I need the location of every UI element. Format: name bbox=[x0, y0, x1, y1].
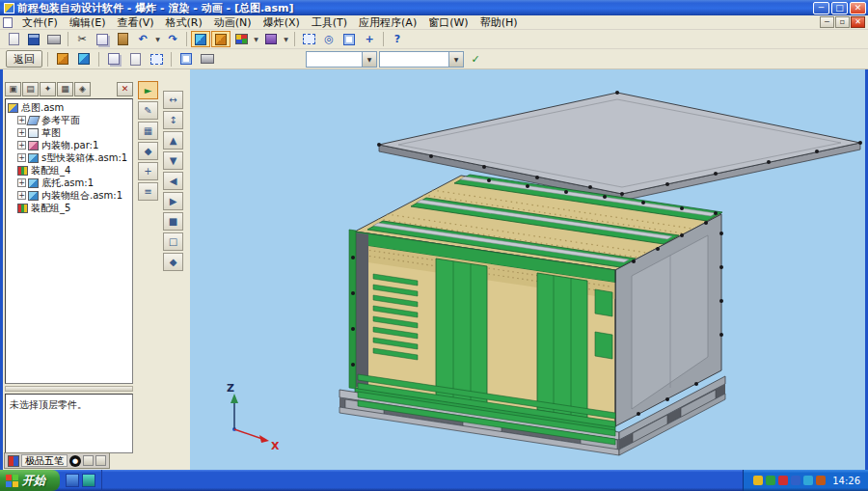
wireframe-display-button[interactable]: □ bbox=[163, 232, 183, 251]
move-vertical-button[interactable]: ↕ bbox=[163, 111, 183, 129]
ime-lang-icon[interactable] bbox=[8, 455, 19, 467]
collapse-button[interactable] bbox=[147, 51, 166, 68]
tree-item-group5[interactable]: 装配组_5 bbox=[6, 202, 132, 214]
child-close-button[interactable]: ✕ bbox=[851, 16, 865, 28]
undo-dropdown[interactable]: ▼ bbox=[153, 36, 162, 42]
child-restore-button[interactable]: ▫ bbox=[835, 16, 850, 28]
palette-dropdown[interactable]: ▼ bbox=[252, 36, 260, 42]
tree-item-box-asm[interactable]: + s型快装箱体.asm:1 bbox=[6, 151, 132, 164]
bind-part-button[interactable] bbox=[104, 51, 123, 68]
antivirus-tray-icon[interactable] bbox=[766, 476, 775, 485]
save-button[interactable] bbox=[24, 31, 43, 47]
quick-launch-icon-2[interactable] bbox=[82, 474, 95, 487]
move-horizontal-button[interactable]: ↔ bbox=[163, 91, 183, 109]
panel-close-button[interactable]: ✕ bbox=[117, 82, 133, 96]
new-document-button[interactable] bbox=[4, 31, 23, 47]
document-icon[interactable] bbox=[3, 17, 13, 28]
start-button[interactable]: 开始 bbox=[0, 470, 60, 491]
menu-format[interactable]: 格式(R) bbox=[160, 14, 208, 31]
menu-view[interactable]: 查看(V) bbox=[111, 14, 159, 31]
cut-button[interactable]: ✂ bbox=[72, 31, 92, 47]
fit-view-button[interactable] bbox=[339, 31, 359, 47]
tab-assembly-tree[interactable]: ▣ bbox=[5, 82, 21, 96]
grid-tool-button[interactable]: ▦ bbox=[138, 122, 158, 140]
unexplode-button[interactable] bbox=[74, 51, 94, 68]
tab-sensors[interactable]: ▦ bbox=[57, 82, 73, 96]
move-up-button[interactable]: ▲ bbox=[163, 131, 183, 150]
undo-button[interactable]: ↶ bbox=[133, 31, 152, 47]
select-tool-button[interactable]: ► bbox=[138, 81, 158, 99]
tab-family[interactable]: ✦ bbox=[40, 82, 56, 96]
expander-icon[interactable]: + bbox=[17, 116, 26, 124]
print-button[interactable] bbox=[44, 31, 64, 47]
alert-tray-icon[interactable] bbox=[778, 476, 788, 485]
tree-item-pallet-asm[interactable]: + 底托.asm:1 bbox=[6, 177, 132, 189]
tree-item-group4[interactable]: 装配组_4 bbox=[6, 164, 132, 177]
zoom-button[interactable]: ◎ bbox=[319, 31, 339, 47]
tree-item-contents-group[interactable]: + 内装物组合.asm:1 bbox=[6, 189, 132, 202]
move-right-button[interactable]: ▶ bbox=[163, 192, 183, 210]
solid-display-button[interactable]: ■ bbox=[163, 212, 183, 231]
render-view-button[interactable] bbox=[211, 31, 231, 47]
paste-button[interactable] bbox=[113, 31, 132, 47]
tree-item-ref-planes[interactable]: + 参考平面 bbox=[6, 114, 132, 126]
move-down-button[interactable]: ▼ bbox=[163, 151, 183, 170]
ime-keyboard-icon[interactable] bbox=[83, 455, 94, 466]
explode-config-combo[interactable]: ▼ bbox=[379, 51, 464, 68]
menu-explode[interactable]: 爆炸(X) bbox=[258, 14, 306, 31]
expander-icon[interactable]: + bbox=[17, 153, 26, 162]
menu-applications[interactable]: 应用程序(A) bbox=[353, 14, 422, 31]
color-palette-button[interactable] bbox=[231, 31, 251, 47]
close-button[interactable]: ✕ bbox=[850, 2, 866, 14]
copy-button[interactable] bbox=[93, 31, 112, 47]
add-tool-button[interactable]: + bbox=[138, 162, 158, 180]
ime-mode-icon[interactable]: ● bbox=[69, 455, 81, 467]
move-left-button[interactable]: ◀ bbox=[163, 172, 183, 190]
apply-button[interactable]: ✓ bbox=[466, 51, 485, 68]
part-tool-button[interactable]: ◆ bbox=[138, 142, 158, 160]
messenger-tray-icon[interactable] bbox=[803, 476, 813, 485]
quick-launch-icon-1[interactable] bbox=[66, 474, 79, 487]
sketch-tool-button[interactable]: ✎ bbox=[138, 101, 158, 120]
shaded-view-button[interactable] bbox=[191, 31, 210, 47]
expander-icon[interactable]: + bbox=[17, 191, 26, 200]
chevron-down-icon[interactable]: ▼ bbox=[448, 52, 463, 67]
material-dropdown[interactable]: ▼ bbox=[282, 36, 290, 42]
taskbar-clock[interactable]: 14:26 bbox=[832, 476, 860, 486]
menu-edit[interactable]: 编辑(E) bbox=[64, 14, 112, 31]
zoom-area-button[interactable] bbox=[299, 31, 318, 47]
child-minimize-button[interactable]: ─ bbox=[820, 16, 834, 28]
viewport-3d[interactable]: Z X bbox=[190, 69, 865, 470]
material-button[interactable] bbox=[261, 31, 281, 47]
update-tray-icon[interactable] bbox=[816, 476, 826, 485]
tab-library[interactable]: ▤ bbox=[22, 82, 39, 96]
panel-splitter[interactable] bbox=[5, 386, 133, 392]
model-canvas[interactable]: Z X bbox=[190, 69, 865, 470]
expander-icon[interactable]: + bbox=[17, 141, 26, 150]
explode-distance-combo[interactable]: ▼ bbox=[306, 51, 377, 68]
redo-button[interactable]: ↷ bbox=[163, 31, 182, 47]
expander-icon[interactable]: + bbox=[17, 128, 26, 137]
tree-item-sketch[interactable]: + 草图 bbox=[6, 126, 132, 139]
help-select-button[interactable]: ? bbox=[388, 31, 407, 47]
flow-line-button[interactable] bbox=[176, 51, 196, 68]
tree-item-root[interactable]: 总图.asm bbox=[6, 101, 132, 114]
menu-animation[interactable]: 动画(N) bbox=[208, 14, 258, 31]
tree-item-contents-part[interactable]: + 内装物.par:1 bbox=[6, 139, 132, 151]
chevron-down-icon[interactable]: ▼ bbox=[362, 52, 376, 67]
list-tool-button[interactable]: ≡ bbox=[138, 182, 158, 201]
return-button[interactable]: 返回 bbox=[6, 50, 42, 68]
menu-window[interactable]: 窗口(W) bbox=[422, 14, 474, 31]
volume-tray-icon[interactable] bbox=[753, 476, 763, 485]
menu-help[interactable]: 帮助(H) bbox=[475, 14, 524, 31]
tab-layers[interactable]: ◈ bbox=[74, 82, 91, 96]
settings-button[interactable] bbox=[198, 51, 217, 68]
menu-file[interactable]: 文件(F) bbox=[16, 14, 64, 31]
pan-button[interactable]: + bbox=[360, 31, 379, 47]
maximize-button[interactable]: □ bbox=[831, 2, 848, 14]
minimize-button[interactable]: ─ bbox=[813, 2, 829, 14]
unbind-part-button[interactable] bbox=[125, 51, 145, 68]
ime-name-label[interactable]: 极品五笔 bbox=[21, 454, 68, 467]
menu-tools[interactable]: 工具(T) bbox=[306, 14, 353, 31]
expander-icon[interactable]: + bbox=[17, 178, 26, 187]
